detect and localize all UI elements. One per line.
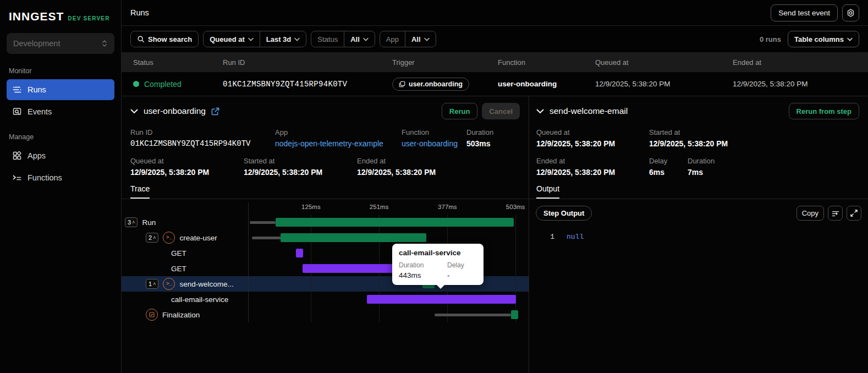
trace-step-label: Finalization: [162, 311, 200, 319]
collapse-chevron-icon[interactable]: [536, 109, 544, 114]
status-filter-dropdown[interactable]: All: [344, 31, 375, 47]
status-filter-label: Status: [311, 31, 344, 47]
trace-waterfall: 125ms251ms377ms503ms 3˄Run2˄>_create-use…: [122, 199, 529, 373]
app-filter: App All: [380, 31, 436, 47]
trace-bar-green[interactable]: [281, 233, 427, 242]
gridline: [311, 276, 311, 292]
tab-output[interactable]: Output: [536, 184, 559, 199]
trace-row-run[interactable]: 3˄Run: [122, 215, 529, 230]
field-started-at: Started at12/9/2025, 5:38:20 PM: [244, 157, 357, 177]
field-value: 7ms: [688, 168, 715, 177]
external-link-icon[interactable]: [211, 107, 219, 116]
runs-table-header: StatusRun IDTriggerFunctionQueued atEnde…: [122, 52, 868, 72]
settings-button[interactable]: [842, 4, 859, 21]
sidebar-item-events[interactable]: Events: [7, 101, 114, 122]
trace-bar-green[interactable]: [511, 310, 518, 319]
field-delay: Delay6ms: [649, 157, 688, 177]
gridline: [515, 261, 516, 276]
trace-time-axis: 125ms251ms377ms503ms: [122, 202, 529, 215]
expand-button[interactable]: [847, 206, 861, 221]
span-count-badge[interactable]: 3˄: [125, 217, 138, 227]
sidebar-item-functions[interactable]: Functions: [7, 167, 114, 188]
trace-row-create-user[interactable]: 2˄>_create-user: [122, 230, 529, 245]
trigger-cell: user.onboarding: [392, 78, 498, 91]
updown-chevron-icon: [101, 40, 108, 47]
rerun-button[interactable]: Rerun: [442, 103, 478, 119]
column-header-trigger: Trigger: [392, 58, 498, 67]
field-value: 01KC1ZMSBNY9ZQT415RP94K0TV: [130, 139, 275, 148]
word-wrap-button[interactable]: [828, 206, 843, 221]
time-field-dropdown[interactable]: Queued at: [204, 31, 260, 47]
show-search-button[interactable]: Show search: [130, 31, 199, 47]
time-range-dropdown[interactable]: Last 3d: [260, 31, 306, 47]
field-value: 503ms: [466, 139, 493, 148]
field-label: Ended at: [357, 157, 470, 165]
runs-icon: [12, 85, 22, 95]
field-value: 12/9/2025, 5:38:20 PM: [536, 168, 649, 177]
trace-row-track: [248, 307, 520, 322]
field-ended-at: Ended at12/9/2025, 5:38:20 PM: [357, 157, 470, 177]
trace-bar-queue[interactable]: [252, 237, 281, 239]
app-filter-dropdown[interactable]: All: [405, 31, 436, 47]
run-table-row[interactable]: Completed 01KC1ZMSBNY9ZQT415RP94K0TV use…: [122, 72, 868, 96]
trace-bar-purple[interactable]: [367, 295, 516, 304]
trace-row-track: [248, 292, 520, 307]
column-header-run-id: Run ID: [223, 58, 392, 67]
gridline: [379, 276, 380, 292]
trace-bar-queue[interactable]: [250, 221, 276, 224]
trace-bar-queue[interactable]: [435, 314, 512, 316]
trigger-pill[interactable]: user.onboarding: [392, 78, 469, 91]
column-header-queued-at: Queued at: [595, 58, 733, 67]
tooltip-duration-label: Duration: [399, 261, 447, 269]
field-value: 12/9/2025, 5:38:20 PM: [649, 139, 728, 148]
trace-row-finalization[interactable]: Finalization: [122, 307, 529, 322]
span-count-badge[interactable]: 2˄: [146, 233, 158, 243]
trace-tooltip: call-email-service Duration 443ms Delay …: [392, 244, 484, 285]
sidebar-section-label: Monitor: [0, 65, 121, 78]
column-header-status: Status: [133, 58, 223, 67]
queued-at-value: 12/9/2025, 5:38:20 PM: [595, 80, 733, 88]
span-count-badge[interactable]: 1˄: [146, 279, 158, 289]
search-icon: [137, 35, 145, 43]
status-dot-icon: [133, 81, 139, 87]
app-filter-label: App: [380, 31, 405, 47]
tooltip-title: call-email-service: [399, 249, 477, 257]
word-wrap-icon: [832, 210, 839, 217]
trace-row-name: call-email-service: [122, 292, 248, 307]
gridline: [515, 230, 516, 245]
cancel-button[interactable]: Cancel: [482, 103, 520, 119]
trace-bar-purple[interactable]: [296, 249, 303, 257]
field-label: Queued at: [130, 157, 244, 165]
sidebar-section: MonitorRunsEvents: [0, 65, 121, 122]
field-label: App: [275, 128, 402, 136]
tooltip-delay-label: Delay: [447, 261, 464, 269]
field-function: Functionuser-onboarding: [402, 128, 466, 148]
field-value: 12/9/2025, 5:38:20 PM: [536, 139, 649, 148]
collapse-chevron-icon[interactable]: [130, 109, 138, 114]
trace-bar-green[interactable]: [276, 218, 514, 227]
field-duration: Duration503ms: [466, 128, 493, 148]
run-details-pane: user-onboarding Rerun Cancel Run ID01KC1…: [122, 96, 529, 373]
field-duration: Duration7ms: [688, 157, 715, 177]
copy-button[interactable]: Copy: [796, 206, 824, 221]
tab-trace[interactable]: Trace: [130, 184, 150, 199]
table-columns-button[interactable]: Table columns: [788, 31, 859, 47]
environment-selector[interactable]: Development: [7, 33, 114, 54]
output-code-area[interactable]: 1 null: [529, 226, 868, 373]
gridline: [515, 245, 516, 261]
field-value[interactable]: user-onboarding: [402, 139, 466, 148]
sidebar-item-runs[interactable]: Runs: [7, 79, 114, 100]
gridline: [515, 215, 516, 230]
run-pane-title: user-onboarding: [144, 106, 206, 116]
sidebar-item-label: Events: [28, 107, 52, 116]
field-app: Appnodejs-open-telemetry-example: [275, 128, 402, 148]
chevron-down-icon: [847, 37, 853, 41]
field-value[interactable]: nodejs-open-telemetry-example: [275, 139, 402, 148]
gridline: [379, 245, 380, 261]
sidebar-item-label: Functions: [28, 173, 62, 182]
trace-row-call-email-service[interactable]: call-email-service: [122, 292, 529, 307]
rerun-from-step-button[interactable]: Rerun from step: [789, 103, 859, 119]
sidebar-item-apps[interactable]: Apps: [7, 145, 114, 166]
tooltip-duration-value: 443ms: [399, 271, 447, 279]
send-test-event-button[interactable]: Send test event: [771, 4, 838, 21]
